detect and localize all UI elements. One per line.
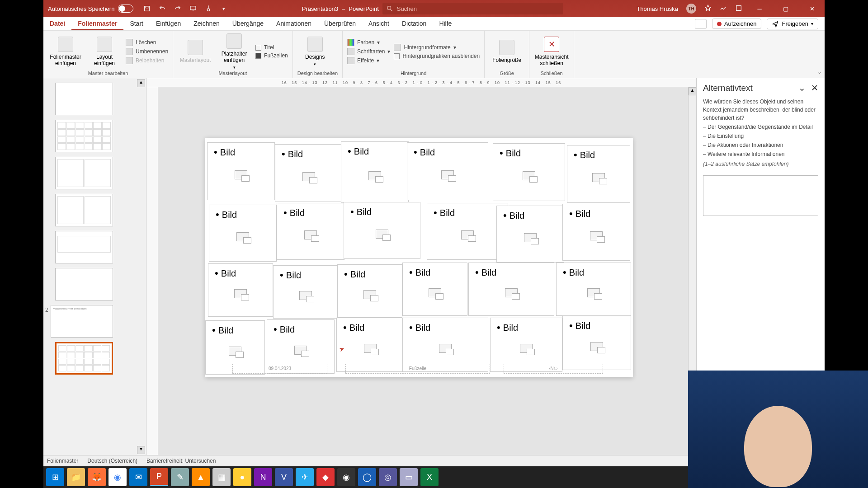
effects-button[interactable]: Effekte ▾ [347, 57, 390, 64]
picture-placeholder[interactable]: Bild [209, 205, 277, 262]
slideshow-icon[interactable] [189, 4, 198, 13]
layout-thumb[interactable] [55, 157, 113, 189]
app-icon[interactable]: ▭ [400, 468, 418, 486]
slide-canvas[interactable]: Bild Bild Bild Bild Bild Bild Bild Bild … [158, 87, 688, 455]
save-icon[interactable] [142, 4, 151, 13]
slide-number-placeholder[interactable]: ‹Nr.› [504, 364, 603, 374]
bg-formats-button[interactable]: Hintergrundformate ▾ [394, 44, 480, 51]
slide-layout[interactable]: Bild Bild Bild Bild Bild Bild Bild Bild … [205, 138, 633, 377]
close-button[interactable]: ✕ [803, 0, 821, 17]
app-icon[interactable]: ● [233, 468, 251, 486]
designs-button[interactable]: Designs▾ [297, 37, 333, 66]
record-button[interactable]: Aufzeichnen [712, 19, 762, 29]
fonts-button[interactable]: Schriftarten ▾ [347, 48, 390, 55]
scroll-up-icon[interactable]: ▲ [689, 87, 696, 95]
powerpoint-icon[interactable]: P [150, 468, 168, 486]
thumbnail-panel[interactable]: ▲ 2 Mastertitelformat bearbeiten ▼ [43, 78, 146, 455]
redo-icon[interactable] [173, 4, 182, 13]
rename-button[interactable]: Umbenennen [126, 48, 168, 55]
pane-collapse-icon[interactable]: ⌄ [798, 83, 806, 93]
explorer-icon[interactable]: 📁 [67, 468, 85, 486]
picture-placeholder[interactable]: Bild [344, 202, 420, 259]
picture-placeholder[interactable]: Bild [493, 143, 565, 201]
menu-folienmaster[interactable]: Folienmaster [71, 17, 123, 30]
ribbon-collapse-icon[interactable]: ⌄ [815, 66, 825, 78]
insert-placeholder-button[interactable]: Platzhalter einfügen▾ [217, 33, 252, 70]
start-button[interactable]: ⊞ [46, 468, 64, 486]
layout-thumb[interactable] [55, 194, 113, 226]
menu-uebergaenge[interactable]: Übergänge [226, 17, 270, 30]
menu-zeichnen[interactable]: Zeichnen [187, 17, 226, 30]
picture-placeholder[interactable]: Bild [427, 203, 508, 260]
master-thumb[interactable]: Mastertitelformat bearbeiten [51, 305, 113, 338]
menu-ansicht[interactable]: Ansicht [362, 17, 396, 30]
picture-placeholder[interactable]: Bild [496, 206, 564, 263]
close-master-button[interactable]: ✕Masteransicht schließen [534, 37, 569, 66]
share-button[interactable]: Freigeben▾ [767, 19, 818, 29]
delete-button[interactable]: Löschen [126, 39, 168, 46]
app-icon[interactable]: ✎ [171, 468, 189, 486]
outlook-icon[interactable]: ✉ [129, 468, 147, 486]
picture-placeholder[interactable]: Bild [567, 145, 630, 203]
picture-placeholder[interactable]: Bild [407, 142, 488, 200]
footer-placeholder[interactable]: Fußzeile [345, 364, 490, 374]
colors-button[interactable]: Farben ▾ [347, 39, 390, 46]
excel-icon[interactable]: X [420, 468, 439, 486]
thumb-scroll-down[interactable]: ▼ [137, 446, 145, 454]
menu-start[interactable]: Start [123, 17, 150, 30]
chrome-icon[interactable]: ◉ [108, 468, 127, 486]
picture-placeholder[interactable]: Bild [277, 203, 344, 260]
picture-placeholder[interactable]: Bild [562, 204, 630, 261]
picture-placeholder[interactable]: Bild [207, 142, 275, 200]
hide-bg-checkbox[interactable]: Hintergrundgrafiken ausblenden [394, 53, 480, 59]
onenote-icon[interactable]: N [254, 468, 272, 486]
window-mode-icon[interactable] [735, 5, 742, 13]
layout-thumb[interactable] [55, 120, 113, 152]
layout-thumb[interactable] [55, 268, 113, 300]
layout-thumb[interactable] [55, 83, 113, 115]
visio-icon[interactable]: V [275, 468, 293, 486]
app-icon[interactable]: ◎ [379, 468, 397, 486]
layout-thumb[interactable] [55, 231, 113, 263]
search-input[interactable]: Suchen [382, 3, 563, 14]
premium-icon[interactable] [704, 5, 712, 13]
maximize-button[interactable]: ▢ [777, 0, 795, 17]
footer-checkbox[interactable]: Fußzeilen [255, 52, 288, 59]
status-lang[interactable]: Deutsch (Österreich) [87, 458, 137, 464]
menu-hilfe[interactable]: Hilfe [433, 17, 458, 30]
menu-dictation[interactable]: Dictation [396, 17, 433, 30]
picture-placeholder[interactable]: Bild [273, 265, 338, 319]
title-checkbox[interactable]: Titel [255, 44, 288, 51]
minimize-button[interactable]: ─ [750, 0, 769, 17]
picture-placeholder[interactable]: Bild [341, 141, 409, 203]
menu-einfuegen[interactable]: Einfügen [150, 17, 187, 30]
user-name[interactable]: Thomas Hruska [637, 5, 678, 12]
status-a11y[interactable]: Barrierefreiheit: Untersuchen [146, 458, 216, 464]
insert-master-button[interactable]: Folienmaster einfügen [48, 37, 83, 66]
app-icon[interactable]: ◯ [358, 468, 376, 486]
date-placeholder[interactable]: 09.04.2023 [232, 364, 327, 374]
qat-more-icon[interactable]: ▾ [219, 4, 228, 13]
thumb-scroll-up[interactable]: ▲ [137, 79, 145, 87]
picture-placeholder[interactable]: Bild [402, 263, 467, 316]
picture-placeholder[interactable]: Bild [562, 316, 631, 370]
slide-size-button[interactable]: Foliengröße [489, 40, 524, 63]
vlc-icon[interactable]: ▲ [192, 468, 210, 486]
picture-placeholder[interactable]: Bild [275, 144, 343, 202]
autosave-toggle[interactable] [118, 5, 133, 13]
telegram-icon[interactable]: ✈ [296, 468, 314, 486]
alt-text-input[interactable] [703, 175, 818, 216]
picture-placeholder[interactable]: Bild [556, 263, 631, 316]
menu-animationen[interactable]: Animationen [270, 17, 318, 30]
undo-icon[interactable] [158, 4, 167, 13]
drawing-icon[interactable] [720, 5, 727, 13]
menu-datei[interactable]: Datei [43, 17, 71, 30]
obs-icon[interactable]: ◉ [337, 468, 355, 486]
menu-ueberpruefen[interactable]: Überprüfen [318, 17, 362, 30]
picture-placeholder[interactable]: Bild [468, 263, 554, 316]
firefox-icon[interactable]: 🦊 [88, 468, 106, 486]
touch-mode-icon[interactable] [204, 4, 213, 13]
comments-icon[interactable] [695, 19, 707, 29]
pane-close-icon[interactable]: ✕ [811, 83, 818, 93]
app-icon[interactable]: ▦ [212, 468, 231, 486]
